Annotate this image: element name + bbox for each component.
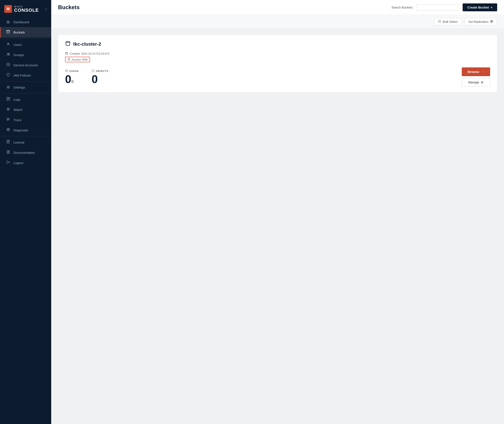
manage-button[interactable]: Manage ⚙ [462,78,490,86]
usage-label: USAGE [65,69,79,73]
sidebar-item-iam-policies[interactable]: IAM Policies [0,70,51,81]
sidebar-item-trace[interactable]: Trace [0,115,51,125]
topbar-right: Search Buckets: Create Bucket + [391,3,497,11]
objects-value: 0 [92,74,108,85]
logo-text: MINIO CONSOLE [14,6,39,12]
sidebar-item-label: Logout [13,161,23,165]
bulk-select-icon [438,20,441,24]
bucket-card-icon [65,41,71,48]
dashboard-icon: ⊞ [6,20,10,24]
svg-point-1 [7,53,8,54]
bucket-actions: Browse → Manage ⚙ [462,67,490,86]
groups-icon [6,52,10,57]
svg-rect-13 [65,52,68,55]
svg-point-6 [8,109,8,109]
gear-icon: ⚙ [481,81,484,84]
sidebar-nav: ⊞ Dashboard Buckets Users Groups [0,17,51,424]
svg-point-0 [7,43,9,44]
objects-label: OBJECTS [92,69,108,73]
plus-icon: + [491,6,492,9]
usage-icon [65,69,68,73]
objects-icon [92,69,94,73]
svg-point-5 [7,108,9,110]
main-content: Buckets Search Buckets: Create Bucket + … [51,0,504,424]
sidebar: M MINIO CONSOLE ‹ ⊞ Dashboard Buckets [0,0,51,424]
sidebar-item-label: Service Accounts [13,63,38,67]
lock-icon [68,58,70,61]
sidebar-item-label: Buckets [13,31,25,34]
sidebar-collapse-button[interactable]: ‹ [46,7,47,11]
sidebar-item-documentation[interactable]: Documentation [0,147,51,158]
search-input[interactable] [416,4,459,11]
bucket-card: tkc-cluster-2 Created: 2021-10-21T13:10:… [58,35,497,93]
svg-point-8 [7,129,9,130]
sidebar-logo: M MINIO CONSOLE ‹ [0,0,51,17]
diagnostic-icon [6,128,10,132]
sidebar-item-logout[interactable]: Logout [0,158,51,168]
settings-icon: ⚙ [6,85,10,90]
sidebar-item-groups[interactable]: Groups [0,50,51,60]
sidebar-item-label: Logs [13,98,20,101]
minio-logo-icon: M [4,5,12,13]
sidebar-item-label: Users [13,43,22,46]
set-replication-button[interactable]: Set Replication [464,18,497,25]
logo-console: CONSOLE [14,8,39,12]
sidebar-item-label: Documentation [13,151,35,154]
sidebar-item-label: Dashboard [13,20,29,24]
arrow-right-icon: → [481,70,484,74]
logs-icon [6,97,10,102]
browse-button[interactable]: Browse → [462,67,490,76]
svg-point-16 [92,69,94,72]
content-area: tkc-cluster-2 Created: 2021-10-21T13:10:… [51,29,504,424]
trace-icon [6,118,10,122]
bucket-name: tkc-cluster-2 [73,41,101,47]
sidebar-item-label: Groups [13,53,24,57]
service-accounts-icon [6,63,10,67]
page-title: Buckets [58,4,80,11]
sidebar-item-service-accounts[interactable]: Service Accounts [0,60,51,70]
calendar-icon [65,52,68,56]
sidebar-item-users[interactable]: Users [0,39,51,50]
iam-icon [6,73,10,78]
sidebar-item-logs[interactable]: Logs [0,94,51,105]
buckets-icon [6,30,10,35]
sidebar-item-label: Watch [13,108,22,112]
bucket-stats: USAGE 0B OBJECTS 0 [65,69,108,85]
svg-rect-14 [68,59,70,60]
sidebar-item-label: Settings [13,86,25,89]
sidebar-item-dashboard[interactable]: ⊞ Dashboard [0,17,51,27]
search-label: Search Buckets: [391,6,413,9]
sidebar-item-watch[interactable]: Watch [0,105,51,115]
sidebar-item-label: Diagnostic [13,128,28,132]
sidebar-item-label: License [13,141,25,144]
bulk-select-button[interactable]: Bulk Select [434,18,462,25]
license-icon [6,140,10,145]
replication-icon [490,20,493,24]
bucket-created: Created: 2021-10-21T13:10:47Z [65,52,490,56]
sidebar-item-buckets[interactable]: Buckets [0,27,51,37]
sidebar-item-diagnostic[interactable]: Diagnostic [0,125,51,135]
users-icon [6,42,10,47]
bucket-header: tkc-cluster-2 [65,41,490,48]
usage-value: 0B [65,74,79,85]
logout-icon [6,160,10,165]
documentation-icon [6,150,10,155]
bucket-body: USAGE 0B OBJECTS 0 [65,67,490,86]
watch-icon [6,107,10,112]
create-bucket-button[interactable]: Create Bucket + [463,3,497,11]
action-bar: Bulk Select Set Replication [51,15,504,29]
topbar: Buckets Search Buckets: Create Bucket + [51,0,504,15]
svg-point-2 [8,53,9,54]
sidebar-item-license[interactable]: License [0,137,51,147]
bucket-meta: Created: 2021-10-21T13:10:47Z Access: R/… [65,52,490,62]
bucket-access-badge: Access: R/W [65,57,90,62]
usage-stat: USAGE 0B [65,69,79,85]
svg-point-7 [7,128,10,131]
sidebar-item-label: IAM Policies [13,74,31,77]
sidebar-item-settings[interactable]: ⚙ Settings [0,82,51,92]
usage-unit: B [71,80,74,84]
objects-stat: OBJECTS 0 [92,69,108,85]
sidebar-item-label: Trace [13,118,22,122]
